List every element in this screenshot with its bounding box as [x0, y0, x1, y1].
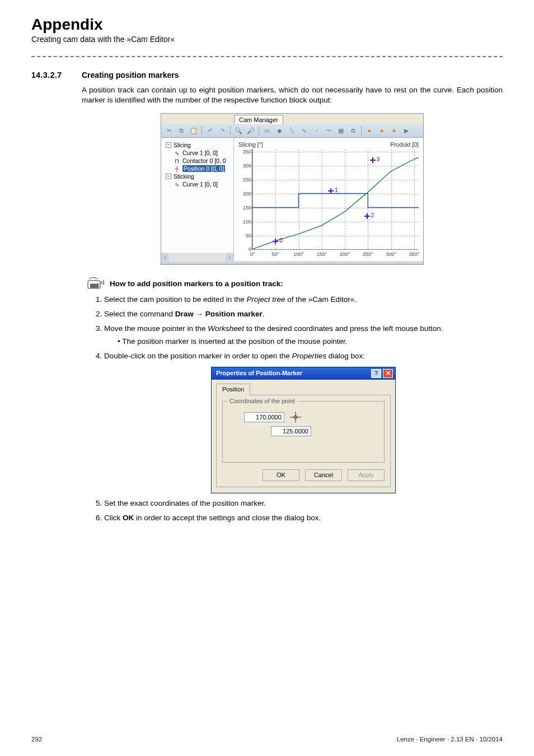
section-number: 14.3.2.7 — [31, 71, 72, 80]
x-coordinate-field[interactable] — [244, 412, 284, 422]
step-3: Move the mouse pointer in the Worksheet … — [104, 323, 503, 347]
project-tree[interactable]: −Slicing ∿Curve 1 [0, 0] ⊓Contactor 0 [0… — [161, 138, 234, 261]
point-icon[interactable]: ◆ — [275, 126, 284, 135]
zoom-out-icon[interactable]: 🔎 — [246, 126, 255, 135]
position-marker[interactable]: 1 — [328, 188, 334, 195]
x-tick: 300° — [386, 251, 396, 257]
ok-button[interactable]: OK — [263, 469, 299, 481]
tree-item-curve1[interactable]: Curve 1 [0, 0] — [182, 150, 218, 156]
x-tick: 350° — [409, 251, 419, 257]
step-5: Set the exact coordinates of the positio… — [104, 498, 503, 509]
paste-icon[interactable]: 📋 — [189, 126, 198, 135]
worksheet-chart[interactable]: Slicing [°] Produkt [0] 0501001502002503… — [234, 138, 423, 261]
y-coordinate-field[interactable] — [271, 426, 311, 436]
y-tick: 100 — [239, 219, 251, 225]
chart-title-left: Slicing [°] — [238, 141, 263, 148]
collapse-icon[interactable]: − — [166, 174, 171, 179]
procedure-icon: ▓▓▓ — [87, 277, 104, 290]
group-legend: Coordinates of the point — [227, 397, 297, 406]
y-tick: 0 — [239, 246, 251, 252]
y-tick: 250 — [239, 177, 251, 183]
cam-toolbar: ✂ ⧉ 📋 ↶ ↷ 🔍 🔎 ▭ ◆ ╲ ∿ ⟋ 〜 ▦ ⧉ ● ● ● ▶ — [161, 124, 423, 138]
svg-text:▓▓▓: ▓▓▓ — [90, 283, 99, 288]
collapse-icon[interactable]: − — [166, 142, 171, 148]
scroll-right-icon[interactable]: › — [226, 254, 233, 262]
curve-icon: ∿ — [174, 150, 180, 156]
chart-series — [252, 157, 419, 249]
y-tick: 200 — [239, 191, 251, 197]
dialog-title: Properties of Position-Marker — [216, 369, 302, 378]
tree-group-slicing[interactable]: Slicing — [174, 142, 191, 148]
undo-icon[interactable]: ↶ — [205, 126, 214, 135]
x-tick: 100° — [293, 251, 304, 257]
play-icon[interactable]: ▶ — [402, 126, 411, 135]
x-tick: 50° — [271, 251, 279, 257]
close-icon[interactable]: ✕ — [383, 369, 393, 378]
apply-button[interactable]: Apply — [348, 469, 385, 481]
ball2-icon[interactable]: ● — [377, 126, 386, 135]
position-marker[interactable]: 2 — [364, 213, 370, 220]
step-4: Double-click on the position marker in o… — [104, 351, 503, 494]
cancel-button[interactable]: Cancel — [305, 469, 342, 481]
section-intro: A position track can contain up to eight… — [82, 85, 503, 105]
help-icon[interactable]: ? — [371, 369, 381, 378]
wave-icon[interactable]: 〜 — [324, 126, 333, 135]
y-tick: 50 — [239, 233, 251, 239]
position-marker[interactable]: 3 — [370, 157, 376, 164]
x-tick: 0° — [250, 251, 255, 257]
redo-icon[interactable]: ↷ — [218, 126, 227, 135]
page-subtitle: Creating cam data with the »Cam Editor« — [31, 35, 503, 44]
ball3-icon[interactable]: ● — [390, 126, 399, 135]
pointer-icon[interactable]: ▭ — [263, 126, 271, 135]
step-2: Select the command Draw → Position marke… — [104, 309, 503, 320]
grid-icon[interactable]: ▦ — [336, 126, 345, 135]
howto-title: How to add position markers to a positio… — [110, 279, 283, 288]
tab-cam-manager[interactable]: Cam Manager — [234, 115, 283, 124]
tree-item-contactor[interactable]: Contactor 0 [0, 0 — [182, 157, 226, 164]
tab-position[interactable]: Position — [216, 384, 250, 395]
step-6: Click OK in order to accept the settings… — [104, 512, 503, 524]
step-3-sub: The position marker is inserted at the p… — [118, 336, 503, 347]
tree-item-position[interactable]: Position 0 [0, 0] — [182, 165, 225, 172]
step-1: Select the cam position to be edited in … — [104, 294, 503, 305]
cut-icon[interactable]: ✂ — [165, 126, 174, 135]
curve-icon: ∿ — [174, 181, 180, 188]
x-tick: 150° — [316, 251, 327, 257]
tree-scrollbar[interactable]: ‹ › — [161, 253, 233, 261]
page-number: 292 — [31, 736, 42, 743]
tree-group-sticking[interactable]: Sticking — [174, 173, 194, 180]
copy-icon[interactable]: ⧉ — [177, 126, 186, 135]
line-tool-icon[interactable]: ╲ — [287, 126, 296, 135]
section-title: Creating position markers — [82, 71, 179, 80]
position-marker[interactable]: 0 — [273, 239, 278, 245]
x-tick: 250° — [363, 251, 373, 257]
position-icon: ┼ — [174, 166, 180, 172]
curve2-tool-icon[interactable]: ⟋ — [312, 126, 321, 135]
chart-series — [252, 194, 419, 208]
howto-steps: Select the cam position to be edited in … — [104, 294, 503, 523]
separator-line — [31, 56, 503, 57]
cam-manager-window: Cam Manager ✂ ⧉ 📋 ↶ ↷ 🔍 🔎 ▭ ◆ ╲ ∿ ⟋ 〜 ▦ … — [161, 113, 424, 265]
curve-tool-icon[interactable]: ∿ — [299, 126, 308, 135]
tree-item-curve2[interactable]: Curve 1 [0, 0] — [182, 181, 218, 188]
chart-title-right: Produkt [0] — [390, 141, 419, 148]
x-tick: 200° — [340, 251, 350, 257]
y-tick: 150 — [239, 205, 251, 211]
footer-right: Lenze · Engineer · 2.13 EN · 10/2014 — [397, 736, 503, 743]
crosshair-icon — [290, 412, 301, 423]
ball1-icon[interactable]: ● — [365, 126, 374, 135]
page-title: Appendix — [31, 16, 503, 34]
y-tick: 300 — [239, 163, 251, 169]
link-icon[interactable]: ⧉ — [349, 126, 358, 135]
y-tick: 350 — [239, 149, 251, 155]
zoom-in-icon[interactable]: 🔍 — [234, 126, 243, 135]
scroll-left-icon[interactable]: ‹ — [161, 254, 169, 262]
properties-dialog: Properties of Position-Marker ? ✕ Positi… — [211, 367, 396, 493]
contactor-icon: ⊓ — [174, 158, 180, 164]
